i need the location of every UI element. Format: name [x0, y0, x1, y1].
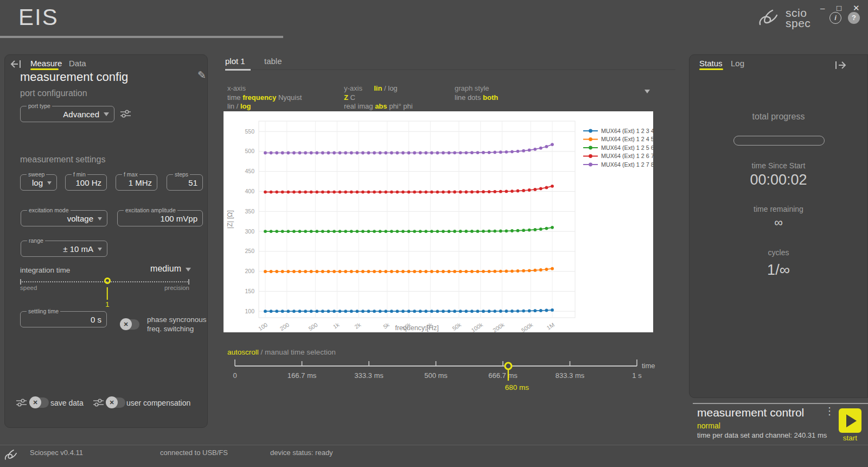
chevron-down-icon [186, 268, 191, 272]
user-compensation-toggle[interactable]: ✕ [107, 397, 125, 408]
graph-style-dots[interactable]: dots [468, 93, 481, 102]
x-axis-mode-time[interactable]: time [227, 93, 241, 102]
svg-text:400: 400 [245, 188, 254, 194]
minimize-button[interactable]: – [820, 3, 825, 12]
svg-text:MUX64 (Ext) 1 2 5 6: MUX64 (Ext) 1 2 5 6 [601, 144, 653, 151]
phase-sync-toggle[interactable]: ✕ [121, 319, 139, 330]
svg-text:550: 550 [245, 128, 254, 135]
y-axis-component-abs[interactable]: abs [375, 102, 387, 110]
save-data-toggle[interactable]: ✕ [30, 397, 49, 408]
chart-canvas: 1001502002503003504004505005501002005001… [224, 111, 653, 332]
svg-text:1 s: 1 s [632, 371, 642, 380]
integration-slider-handle[interactable] [104, 277, 111, 284]
excitation-mode-dropdown[interactable]: excitation mode voltage [21, 207, 107, 226]
svg-text:500k: 500k [520, 321, 534, 332]
measurement-control-divider [693, 403, 868, 404]
y-axis-scale-log[interactable]: log [388, 84, 397, 92]
x-axis-mode-nyquist[interactable]: Nyquist [278, 93, 302, 102]
tab-status[interactable]: Status [699, 59, 723, 68]
svg-text:0: 0 [233, 371, 237, 380]
tab-row-divider [224, 70, 675, 70]
f-max-label: f max [122, 171, 139, 178]
integration-time-value: medium [150, 264, 181, 273]
y-axis-component-phideg[interactable]: phi° [389, 102, 401, 110]
svg-text:680 ms: 680 ms [505, 383, 529, 392]
kebab-menu-icon[interactable]: ⋮ [825, 405, 834, 417]
f-min-field[interactable]: f min 100 Hz [65, 171, 107, 191]
svg-text:200: 200 [245, 268, 254, 274]
toggle-off-cross-icon: ✕ [120, 318, 132, 330]
svg-text:150: 150 [245, 288, 254, 294]
settling-time-field[interactable]: settling time 0 s [20, 308, 107, 327]
x-axis-mode-frequency[interactable]: frequency [242, 93, 276, 102]
excitation-amplitude-field[interactable]: excitation amplitude 100 mVpp [117, 207, 203, 226]
status-panel: Status Log total progress time Since Sta… [689, 54, 868, 398]
sweep-value: log [32, 178, 43, 187]
y-axis-quantity-z[interactable]: Z [344, 93, 348, 102]
y-axis-quantity-c[interactable]: C [350, 93, 355, 102]
integration-slider-track[interactable]: 1 [20, 281, 189, 282]
graph-style-both[interactable]: both [483, 93, 498, 102]
tab-measure[interactable]: Measure [30, 59, 62, 68]
excitation-mode-label: excitation mode [27, 207, 71, 213]
tab-table[interactable]: table [264, 56, 282, 66]
integration-slider: 1 speed precision [20, 281, 189, 291]
autoscroll-option[interactable]: autoscroll [227, 348, 259, 356]
svg-text:MUX64 (Ext) 1 2 7 8: MUX64 (Ext) 1 2 7 8 [601, 161, 653, 168]
graph-style-line[interactable]: line [455, 93, 465, 102]
svg-text:333.3 ms: 333.3 ms [354, 371, 384, 380]
sweep-dropdown[interactable]: sweep log [20, 171, 57, 191]
y-axis-component-real[interactable]: real [344, 102, 356, 110]
excitation-amplitude-value: 100 mVpp [161, 214, 197, 223]
save-data-label: save data [50, 399, 84, 407]
time-slider[interactable]: 0166.7 ms333.3 ms500 ms666.7 ms833.3 ms1… [224, 358, 658, 402]
info-icon[interactable]: i [829, 12, 841, 24]
chevron-down-icon [98, 217, 102, 220]
graph-style-heading: graph style [455, 84, 498, 93]
svg-text:MUX64 (Ext) 1 2 3 4: MUX64 (Ext) 1 2 3 4 [601, 128, 653, 134]
save-data-sliders-icon[interactable] [16, 398, 27, 407]
svg-text:350: 350 [245, 208, 254, 214]
user-compensation-sliders-icon[interactable] [93, 398, 104, 407]
measurement-config-panel: Measure Data measurement config ✎ port c… [4, 54, 208, 428]
app-title: EIS [18, 4, 59, 30]
y-axis-heading: y-axis [344, 84, 362, 92]
maximize-button[interactable]: □ [837, 3, 841, 12]
x-axis-scale-log[interactable]: log [240, 102, 251, 110]
time-since-start-value: 00:00:02 [690, 172, 867, 188]
f-max-value: 1 MHz [129, 178, 152, 187]
chevron-down-icon [98, 248, 102, 251]
measurement-info: time per data set and channel: 240.31 ms [697, 431, 827, 439]
range-dropdown[interactable]: range ± 10 mA [21, 237, 107, 257]
panel-title: measurement config [20, 70, 128, 84]
edit-pencil-icon[interactable]: ✎ [197, 69, 206, 81]
time-remaining-value: ∞ [690, 216, 867, 230]
y-axis-component-imag[interactable]: imag [358, 102, 373, 110]
f-min-value: 100 Hz [75, 178, 101, 187]
device-status: device status: ready [270, 449, 333, 457]
manual-time-selection-option[interactable]: manual time selection [265, 348, 336, 356]
tab-data[interactable]: Data [69, 59, 86, 68]
start-button[interactable] [839, 408, 861, 433]
f-min-label: f min [72, 171, 87, 178]
toggle-off-cross-icon: ✕ [106, 396, 118, 408]
tab-log[interactable]: Log [731, 59, 744, 68]
integration-time-dropdown[interactable]: medium [150, 264, 191, 274]
collapse-left-icon[interactable] [10, 59, 23, 70]
help-icon[interactable]: ? [848, 12, 860, 24]
svg-text:5k: 5k [382, 321, 391, 330]
tab-plot-1[interactable]: plot 1 [225, 56, 245, 66]
status-bar: Sciospec v0.4.11 connected to USB/FS dev… [0, 445, 868, 467]
f-max-field[interactable]: f max 1 MHz [116, 171, 157, 191]
steps-field[interactable]: steps 51 [167, 171, 203, 191]
y-axis-component-phi[interactable]: phi [403, 102, 412, 110]
port-settings-sliders-icon[interactable] [120, 109, 131, 118]
plot-options-collapse-chevron-icon[interactable] [644, 86, 650, 96]
svg-text:1M: 1M [545, 321, 556, 331]
svg-text:MUX64 (Ext) 1 2 6 7: MUX64 (Ext) 1 2 6 7 [601, 153, 653, 159]
collapse-right-icon[interactable] [833, 60, 846, 71]
x-axis-scale-lin[interactable]: lin [227, 102, 234, 110]
y-axis-scale-lin[interactable]: lin [374, 84, 382, 92]
svg-text:1k: 1k [332, 321, 341, 330]
port-type-dropdown[interactable]: port type Advanced [20, 103, 114, 122]
